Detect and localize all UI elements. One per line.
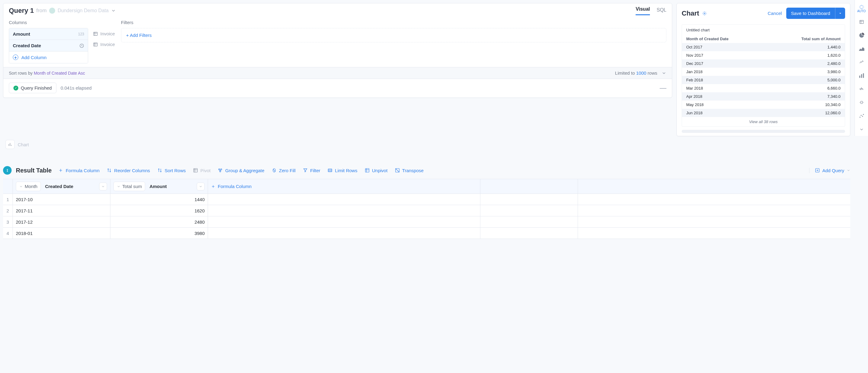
col-name: Amount bbox=[150, 184, 167, 189]
action-zero-fill[interactable]: Zero Fill bbox=[272, 168, 296, 173]
query-status[interactable]: ✓ Query Finished bbox=[9, 82, 56, 93]
cell-amount[interactable]: 1440 bbox=[111, 194, 208, 205]
rail-scatter-icon[interactable] bbox=[855, 109, 868, 123]
action-filter[interactable]: Filter bbox=[303, 168, 320, 173]
add-column-button[interactable]: + Add Column bbox=[9, 52, 88, 63]
action-transpose[interactable]: Transpose bbox=[395, 168, 424, 173]
action-add-query[interactable]: Add Query bbox=[809, 168, 850, 173]
cell-month[interactable]: 2017-10 bbox=[13, 194, 111, 205]
column-menu[interactable] bbox=[197, 182, 205, 191]
rail-auto-label: AUTO bbox=[857, 9, 866, 13]
action-unpivot[interactable]: Unpivot bbox=[365, 168, 388, 173]
rail-line-icon[interactable] bbox=[855, 56, 868, 69]
result-row: 1 2017-10 1440 bbox=[3, 194, 850, 205]
cell-amount[interactable]: 3980 bbox=[111, 228, 208, 239]
query-source[interactable]: Dundersign Demo Data bbox=[49, 8, 116, 14]
rail-pie-icon[interactable] bbox=[855, 29, 868, 42]
row-index-header bbox=[3, 179, 13, 194]
sort-description[interactable]: Sort rows by Month of Created Date Asc bbox=[9, 71, 85, 75]
table-chip-invoice[interactable]: Invoice bbox=[93, 42, 115, 47]
rail-sparkline-icon[interactable] bbox=[855, 82, 868, 96]
cancel-link[interactable]: Cancel bbox=[768, 11, 782, 16]
bar-chart-icon bbox=[5, 140, 14, 149]
chart-chip[interactable]: Chart bbox=[5, 140, 868, 149]
chart-table-footer[interactable]: View all 38 rows bbox=[682, 117, 845, 125]
chart-table-header: Month of Created Date Total sum of Amoun… bbox=[682, 35, 845, 43]
query-from-label: from bbox=[36, 8, 46, 14]
cell-month[interactable]: 2017-11 bbox=[13, 205, 111, 216]
save-button-dropdown[interactable] bbox=[835, 8, 845, 19]
datasource-icon bbox=[49, 8, 55, 14]
save-button-main[interactable]: Save to Dashboard bbox=[786, 8, 835, 19]
svg-rect-11 bbox=[94, 43, 97, 46]
tab-sql[interactable]: SQL bbox=[657, 7, 666, 15]
rail-table-icon[interactable] bbox=[855, 15, 868, 29]
result-row: 3 2017-12 2480 bbox=[3, 216, 850, 228]
chart-table-row: Dec 20172,480.0 bbox=[682, 60, 845, 68]
chart-table-row: May 201810,340.0 bbox=[682, 101, 845, 109]
column-amount[interactable]: Amount 123 bbox=[9, 28, 88, 40]
chart-panel: Chart Cancel Save to Dashboard Untitled … bbox=[677, 3, 850, 136]
action-sort-rows[interactable]: Sort Rows bbox=[157, 168, 186, 173]
chart-col-amount: Total sum of Amount bbox=[801, 37, 841, 41]
cell-amount[interactable]: 2480 bbox=[111, 216, 208, 227]
chevron-down-icon bbox=[19, 185, 23, 188]
rail-auto[interactable]: AUTO bbox=[855, 2, 868, 15]
svg-rect-0 bbox=[860, 21, 863, 24]
add-formula-column-header[interactable]: Formula Column bbox=[208, 179, 480, 194]
result-table-section: ⟟ Result Table Formula Column Reorder Co… bbox=[3, 166, 850, 239]
unpivot-icon bbox=[365, 168, 370, 173]
horizontal-scrollbar[interactable] bbox=[682, 130, 845, 133]
aggregation-pill[interactable]: Total sum bbox=[114, 182, 145, 191]
chart-table-row: Jun 201812,060.0 bbox=[682, 109, 845, 117]
action-reorder-columns[interactable]: Reorder Columns bbox=[107, 168, 150, 173]
column-type-numeric: 123 bbox=[78, 32, 84, 36]
reorder-icon bbox=[107, 168, 112, 173]
status-strip: ✓ Query Finished 0.041s elapsed — bbox=[3, 79, 672, 98]
cell-amount[interactable]: 1620 bbox=[111, 205, 208, 216]
empty-header bbox=[480, 179, 578, 194]
rail-area-icon[interactable] bbox=[855, 42, 868, 56]
query-status-text: Query Finished bbox=[21, 85, 52, 91]
result-row: 2 2017-11 1620 bbox=[3, 205, 850, 216]
action-group-aggregate[interactable]: Group & Aggregate bbox=[218, 168, 264, 173]
chevron-down-icon bbox=[101, 185, 105, 188]
check-icon: ✓ bbox=[13, 86, 18, 91]
chart-chip-label: Chart bbox=[18, 142, 29, 147]
cell-month[interactable]: 2018-01 bbox=[13, 228, 111, 239]
rail-more-icon[interactable] bbox=[855, 123, 868, 136]
rail-bar-icon[interactable] bbox=[855, 69, 868, 82]
column-created-date[interactable]: Created Date bbox=[9, 40, 88, 52]
chevron-down-icon bbox=[111, 8, 116, 13]
table-chip-invoice[interactable]: Invoice bbox=[93, 31, 115, 36]
svg-rect-4 bbox=[861, 101, 862, 104]
row-index: 3 bbox=[3, 216, 13, 227]
caret-down-icon bbox=[838, 11, 842, 15]
action-limit-rows[interactable]: Limit Rows bbox=[328, 168, 357, 173]
chart-table-row: Apr 20187,340.0 bbox=[682, 92, 845, 101]
tab-visual[interactable]: Visual bbox=[636, 6, 650, 15]
columns-section-label: Columns bbox=[9, 20, 115, 25]
cell-month[interactable]: 2017-12 bbox=[13, 216, 111, 227]
query-title[interactable]: Query 1 bbox=[9, 7, 34, 14]
add-filters-label: + Add Filters bbox=[126, 33, 152, 38]
action-formula-column[interactable]: Formula Column bbox=[58, 168, 99, 173]
column-menu[interactable] bbox=[99, 182, 107, 191]
collapse-button[interactable]: — bbox=[660, 84, 666, 92]
right-rail: AUTO bbox=[855, 0, 868, 136]
chart-title[interactable]: Untitled chart bbox=[682, 28, 845, 35]
svg-point-16 bbox=[220, 171, 221, 172]
svg-rect-2 bbox=[861, 74, 862, 78]
table-icon bbox=[93, 31, 98, 36]
chevron-down-icon[interactable] bbox=[661, 71, 666, 75]
month-grouping-pill[interactable]: Month bbox=[16, 182, 41, 191]
add-column-label: Add Column bbox=[21, 55, 46, 60]
columns-card: Amount 123 Created Date + Add Column bbox=[9, 28, 88, 63]
rail-single-icon[interactable] bbox=[855, 96, 868, 109]
col-header-created-date: Month Created Date bbox=[13, 179, 111, 194]
action-pivot: Pivot bbox=[193, 168, 211, 173]
svg-rect-3 bbox=[863, 73, 864, 78]
gear-icon[interactable] bbox=[702, 11, 707, 16]
limit-description[interactable]: Limited to 1000 rows bbox=[615, 70, 657, 75]
add-filters-button[interactable]: + Add Filters bbox=[121, 28, 666, 42]
